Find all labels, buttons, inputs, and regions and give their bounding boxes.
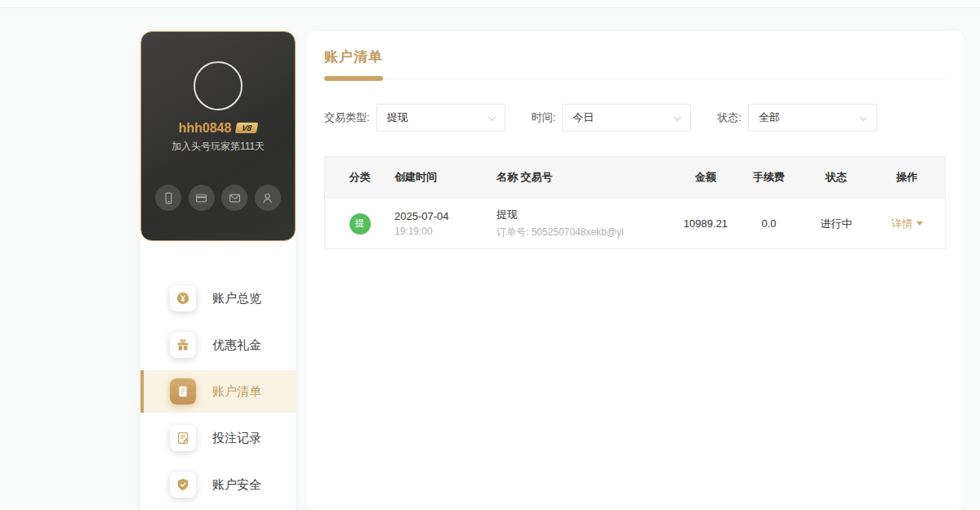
sidebar-menu: 账户总览 优惠礼金 账户清单 投注记录 账户安全: [140, 277, 296, 506]
sidebar-item-account-overview[interactable]: 账户总览: [140, 277, 296, 320]
filter-label: 交易类型:: [324, 110, 370, 125]
phone-icon[interactable]: [155, 185, 181, 211]
cell-created-time: 2025-07-04 19:19:00: [394, 210, 488, 237]
withdraw-category-badge: 提: [350, 213, 371, 235]
col-header-name-txn: 名称 交易号: [488, 170, 677, 185]
col-header-category: 分类: [325, 170, 394, 185]
details-label: 详情: [892, 217, 913, 231]
avatar: [194, 61, 243, 110]
time-select[interactable]: 今日: [562, 104, 691, 132]
cell-category: 提: [325, 213, 394, 235]
cell-amount: 10989.21: [677, 217, 734, 230]
transactions-table: 分类 创建时间 名称 交易号 金额 手续费 状态 操作 提 2025-07-04…: [324, 156, 946, 249]
sidebar-item-label: 账户清单: [212, 384, 261, 400]
gift-icon: [170, 332, 196, 358]
sidebar-item-label: 优惠礼金: [212, 338, 261, 353]
table-header-row: 分类 创建时间 名称 交易号 金额 手续费 状态 操作: [325, 157, 945, 198]
col-header-created-time: 创建时间: [394, 170, 488, 185]
chevron-down-icon: [674, 113, 682, 121]
filter-transaction-type: 交易类型: 提现: [324, 104, 506, 132]
vip-level-badge: V8: [235, 123, 259, 133]
sidebar-item-label: 账户安全: [212, 477, 261, 493]
document-icon: [170, 378, 196, 405]
created-date: 2025-07-04: [394, 210, 488, 222]
col-header-amount: 金额: [677, 170, 734, 185]
filter-status: 状态: 全部: [717, 104, 877, 132]
txn-name: 提现: [497, 208, 677, 222]
profile-card: hhh0848V8 加入头号玩家第111天: [140, 31, 296, 241]
join-days-text: 加入头号玩家第111天: [141, 140, 295, 154]
sidebar: hhh0848V8 加入头号玩家第111天 账户总览: [140, 31, 296, 510]
filter-bar: 交易类型: 提现 时间: 今日 状态: 全部: [324, 104, 946, 132]
top-divider: [0, 0, 980, 8]
user-icon[interactable]: [255, 185, 281, 211]
cell-action: 详情: [869, 217, 945, 231]
selected-value: 今日: [572, 110, 594, 125]
col-header-status: 状态: [804, 170, 869, 185]
sidebar-item-account-security[interactable]: 账户安全: [140, 463, 296, 506]
cell-status: 进行中: [804, 217, 869, 231]
bank-card-icon[interactable]: [189, 185, 215, 211]
title-divider: [324, 78, 946, 79]
col-header-fee: 手续费: [734, 170, 804, 185]
sidebar-item-label: 账户总览: [212, 291, 261, 306]
sidebar-item-promotions[interactable]: 优惠礼金: [140, 324, 296, 366]
table-row: 提 2025-07-04 19:19:00 提现 订单号: 5052507048…: [325, 198, 945, 248]
transaction-type-select[interactable]: 提现: [376, 104, 506, 132]
sidebar-item-account-statement[interactable]: 账户清单: [140, 370, 296, 413]
quick-actions: [141, 185, 295, 211]
sidebar-item-label: 投注记录: [212, 431, 261, 446]
col-header-action: 操作: [869, 170, 945, 185]
filter-label: 时间:: [532, 110, 556, 125]
main-panel: 账户清单 交易类型: 提现 时间: 今日 状态: 全部: [306, 31, 964, 510]
chevron-down-icon: [488, 113, 496, 121]
chevron-down-icon: [859, 113, 867, 121]
title-underline: [324, 76, 383, 81]
sidebar-item-bet-records[interactable]: 投注记录: [140, 417, 296, 459]
coin-icon: [170, 285, 196, 311]
filter-time: 时间: 今日: [532, 104, 692, 132]
notepad-icon: [170, 425, 196, 451]
order-number: 订单号: 5052507048xekb@yl: [497, 226, 677, 239]
page-title: 账户清单: [324, 47, 946, 66]
cell-name-txn: 提现 订单号: 5052507048xekb@yl: [488, 208, 677, 239]
user-name-row: hhh0848V8: [141, 121, 295, 136]
cell-fee: 0.0: [734, 217, 804, 230]
details-link[interactable]: 详情: [892, 217, 923, 231]
selected-value: 全部: [759, 110, 780, 125]
status-select[interactable]: 全部: [748, 104, 877, 132]
mail-icon[interactable]: [221, 185, 247, 211]
username: hhh0848: [178, 121, 231, 135]
created-time: 19:19:00: [394, 226, 488, 237]
selected-value: 提现: [387, 110, 408, 125]
filter-label: 状态:: [717, 110, 742, 125]
caret-down-icon: [916, 221, 923, 226]
shield-icon: [170, 472, 196, 498]
